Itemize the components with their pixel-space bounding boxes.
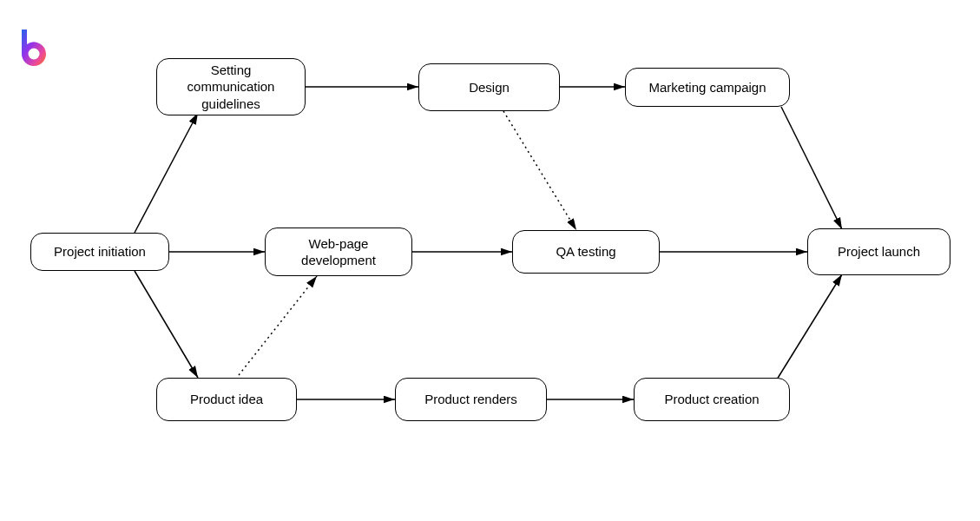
svg-line-12: [781, 107, 842, 229]
node-product-renders: Product renders: [395, 378, 547, 421]
node-label: Project initiation: [54, 243, 146, 260]
node-project-initiation: Project initiation: [30, 233, 169, 271]
node-label: Settingcommunicationguidelines: [187, 62, 275, 113]
svg-line-3: [135, 271, 198, 378]
node-marketing-campaign: Marketing campaign: [625, 68, 790, 107]
node-label: Product creation: [664, 391, 759, 408]
node-qa-testing: QA testing: [512, 230, 660, 274]
svg-line-6: [503, 111, 576, 230]
svg-line-8: [239, 276, 317, 375]
node-label: Web-pagedevelopment: [301, 235, 376, 269]
flowchart-diagram: Project initiation Settingcommunicationg…: [0, 0, 980, 521]
node-label: Design: [469, 79, 510, 96]
node-label: Product idea: [190, 391, 263, 408]
node-product-creation: Product creation: [634, 378, 790, 421]
node-setting-communication-guidelines: Settingcommunicationguidelines: [156, 58, 306, 115]
node-project-launch: Project launch: [807, 228, 950, 275]
node-label: QA testing: [556, 243, 615, 260]
node-label: Product renders: [424, 391, 517, 408]
node-product-idea: Product idea: [156, 378, 297, 421]
node-label: Project launch: [838, 243, 920, 260]
svg-line-1: [135, 113, 198, 233]
svg-line-13: [777, 274, 842, 379]
node-label: Marketing campaign: [648, 79, 766, 96]
node-web-page-development: Web-pagedevelopment: [265, 228, 412, 276]
node-design: Design: [418, 63, 560, 111]
